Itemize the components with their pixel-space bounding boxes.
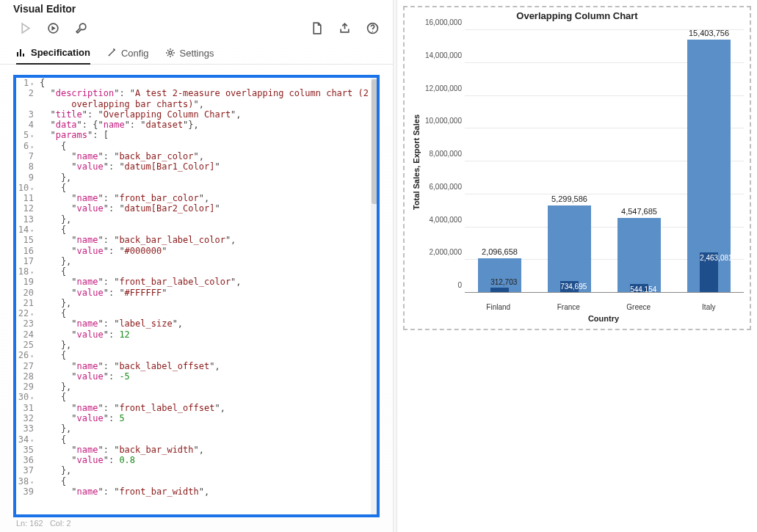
svg-point-3 (169, 51, 172, 54)
tab-label: Specification (31, 47, 90, 58)
editor-toolbar (0, 16, 393, 43)
scroll-thumb[interactable] (372, 79, 378, 204)
collapse-panel-button[interactable] (380, 3, 385, 15)
app-root: Visual Editor Specification Config (0, 0, 757, 532)
bar-france: 5,299,586734,695 (535, 30, 604, 293)
y-axis: 02,000,0004,000,0006,000,0008,000,00010,… (422, 23, 465, 302)
tab-label: Settings (180, 48, 214, 59)
code-content[interactable]: { "description": "A test 2-measure overl… (38, 75, 371, 517)
play-icon[interactable] (18, 21, 32, 35)
preview-panel: Overlapping Column Chart Total Sales, Ex… (397, 0, 757, 532)
editor-panel: Visual Editor Specification Config (0, 0, 393, 532)
panel-title: Visual Editor (13, 3, 380, 15)
bar-italy: 15,403,7562,463,081 (674, 30, 744, 293)
bars-icon (16, 48, 26, 58)
line-gutter: 1234567891011121314151617181920212223242… (13, 75, 38, 517)
chart-bars: 2,096,658312,7035,299,586734,6954,547,68… (465, 30, 744, 293)
x-axis-line (465, 292, 744, 293)
editor-statusbar: Ln: 162 Col: 2 (0, 517, 393, 532)
gear-icon (165, 48, 175, 58)
editor-tabs: Specification Config Settings (0, 43, 393, 65)
status-col: Col: 2 (50, 519, 71, 528)
parse-icon[interactable] (46, 21, 60, 35)
tab-config[interactable]: Config (106, 43, 149, 64)
code-editor[interactable]: 1234567891011121314151617181920212223242… (13, 75, 380, 517)
status-line: Ln: 162 (16, 519, 43, 528)
tab-specification[interactable]: Specification (16, 43, 90, 65)
new-spec-icon[interactable] (309, 21, 324, 35)
x-axis-label: Country (463, 314, 744, 323)
bar-greece: 4,547,685544,154 (604, 30, 674, 293)
panel-header: Visual Editor (0, 0, 393, 16)
svg-point-2 (372, 31, 372, 32)
y-axis-label: Total Sales, Export Sales (410, 114, 422, 210)
export-icon[interactable] (337, 21, 352, 35)
repair-icon[interactable] (73, 21, 88, 35)
chart-visual[interactable]: Overlapping Column Chart Total Sales, Ex… (403, 6, 751, 330)
scrollbar-vertical[interactable] (371, 75, 380, 517)
wand-icon (106, 48, 117, 58)
bar-finland: 2,096,658312,703 (465, 30, 535, 293)
x-axis: FinlandFranceGreeceItaly (463, 302, 744, 311)
tab-settings[interactable]: Settings (165, 43, 214, 64)
chart-plot: Total Sales, Export Sales 02,000,0004,00… (410, 23, 744, 302)
chart-grid: 2,096,658312,7035,299,586734,6954,547,68… (465, 23, 744, 302)
help-icon[interactable] (365, 21, 380, 35)
tab-label: Config (121, 48, 149, 59)
